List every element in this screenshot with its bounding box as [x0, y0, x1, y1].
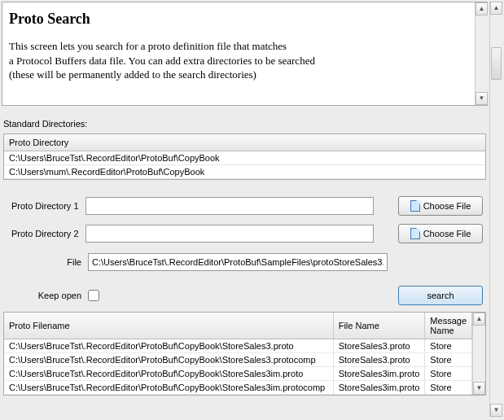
- scroll-up-icon[interactable]: ▲: [490, 2, 502, 15]
- results-cell-fname: StoreSales3.proto: [333, 353, 425, 367]
- results-cell-proto: C:\Users\BruceTst\.RecordEditor\ProtoBuf…: [4, 339, 333, 353]
- info-line2: a Protocol Buffers data file. You can ad…: [9, 54, 480, 68]
- results-cell-proto: C:\Users\BruceTst\.RecordEditor\ProtoBuf…: [4, 367, 333, 381]
- results-cell-msg: Store: [425, 381, 472, 395]
- search-button-label: search: [427, 291, 454, 300]
- std-dir-row[interactable]: C:\Users\mum\.RecordEditor\ProtoBuf\Copy…: [4, 165, 485, 179]
- search-button[interactable]: search: [398, 286, 483, 305]
- results-header-fname[interactable]: File Name: [333, 313, 425, 339]
- std-dir-header[interactable]: Proto Directory: [4, 134, 485, 151]
- proto-dir-2-label: Proto Directory 2: [7, 229, 85, 238]
- scroll-down-icon[interactable]: ▼: [490, 404, 502, 417]
- results-row[interactable]: C:\Users\BruceTst\.RecordEditor\ProtoBuf…: [4, 339, 472, 353]
- file-icon: [410, 228, 420, 239]
- choose-file-1-label: Choose File: [423, 201, 471, 211]
- proto-dir-2-input[interactable]: [85, 225, 374, 243]
- results-scroll-track[interactable]: [473, 326, 485, 382]
- results-cell-fname: StoreSales3im.proto: [333, 367, 425, 381]
- proto-dir-1-label: Proto Directory 1: [7, 201, 85, 211]
- results-header-proto[interactable]: Proto Filename: [4, 313, 333, 339]
- results-scroll-up-icon[interactable]: ▲: [473, 313, 485, 326]
- info-line3: (these will be permanently added to the …: [9, 68, 480, 82]
- results-table: Proto Filename File Name Message Name C:…: [3, 312, 486, 396]
- info-scroll-down-icon[interactable]: ▼: [476, 92, 488, 105]
- info-scroll-track[interactable]: [476, 15, 488, 92]
- results-cell-msg: Store: [425, 353, 472, 367]
- results-row[interactable]: C:\Users\BruceTst\.RecordEditor\ProtoBuf…: [4, 353, 472, 367]
- results-cell-msg: Store: [425, 339, 472, 353]
- main-scrollbar[interactable]: ▲ ▼: [489, 2, 502, 417]
- results-row[interactable]: C:\Users\BruceTst\.RecordEditor\ProtoBuf…: [4, 367, 472, 381]
- results-cell-msg: Store: [425, 367, 472, 381]
- choose-file-1-button[interactable]: Choose File: [398, 196, 483, 216]
- standard-directories-label: Standard Directories:: [3, 119, 486, 129]
- proto-dir-1-input[interactable]: [85, 197, 374, 215]
- scroll-track[interactable]: [490, 15, 502, 404]
- standard-directories-table: Proto Directory C:\Users\BruceTst\.Recor…: [3, 133, 486, 180]
- info-scroll-up-icon[interactable]: ▲: [476, 2, 488, 15]
- info-line1: This screen lets you search for a proto …: [9, 39, 480, 54]
- info-panel: Proto Search This screen lets you search…: [2, 2, 488, 106]
- info-scrollbar[interactable]: ▲ ▼: [475, 2, 488, 105]
- results-scrollbar[interactable]: ▲ ▼: [472, 313, 485, 395]
- results-cell-proto: C:\Users\BruceTst\.RecordEditor\ProtoBuf…: [4, 381, 333, 395]
- results-row[interactable]: C:\Users\BruceTst\.RecordEditor\ProtoBuf…: [4, 381, 472, 395]
- page-title: Proto Search: [9, 11, 480, 28]
- results-header-msg[interactable]: Message Name: [425, 313, 472, 339]
- results-cell-fname: StoreSales3im.proto: [333, 381, 425, 395]
- results-cell-proto: C:\Users\BruceTst\.RecordEditor\ProtoBuf…: [4, 353, 333, 367]
- choose-file-2-label: Choose File: [423, 229, 471, 238]
- std-dir-row[interactable]: C:\Users\BruceTst\.RecordEditor\ProtoBuf…: [4, 151, 485, 165]
- keep-open-checkbox[interactable]: [88, 290, 99, 301]
- keep-open-label: Keep open: [7, 291, 88, 300]
- scroll-thumb[interactable]: [491, 47, 502, 80]
- results-cell-fname: StoreSales3.proto: [333, 339, 425, 353]
- file-label: File: [7, 257, 88, 267]
- results-scroll-down-icon[interactable]: ▼: [473, 382, 485, 395]
- file-input[interactable]: [88, 253, 388, 271]
- choose-file-2-button[interactable]: Choose File: [398, 224, 483, 243]
- file-icon: [410, 200, 420, 212]
